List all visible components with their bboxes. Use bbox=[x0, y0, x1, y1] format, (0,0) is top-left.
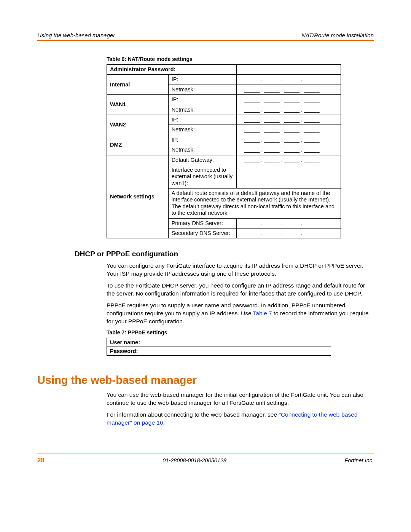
cell-dmz: DMZ bbox=[107, 135, 169, 155]
cell-dmz-netmask-value: _____ . _____ . _____ . _____ bbox=[236, 145, 341, 155]
main-para1: You can use the web-based manager for th… bbox=[107, 391, 374, 407]
cell-internal-ip-value: _____ . _____ . _____ . _____ bbox=[236, 75, 341, 85]
cell-wan2: WAN2 bbox=[107, 115, 169, 135]
page-number: 28 bbox=[37, 457, 45, 464]
cell-default-gateway: Default Gateway: bbox=[168, 155, 236, 165]
cell-dmz-ip: IP: bbox=[168, 135, 236, 145]
footer-rule bbox=[37, 454, 374, 454]
cell-password-label: Password: bbox=[107, 347, 159, 355]
cell-dmz-ip-value: _____ . _____ . _____ . _____ bbox=[236, 135, 341, 145]
footer-docid: 01-28008-0018-20050128 bbox=[162, 457, 226, 463]
header-right: NAT/Route mode installation bbox=[301, 32, 374, 38]
header-rule bbox=[37, 40, 374, 41]
cell-dmz-netmask: Netmask: bbox=[168, 145, 236, 155]
main-p2b: . bbox=[163, 419, 165, 426]
footer-company: Fortinet Inc. bbox=[344, 457, 374, 463]
cell-interface-text: Interface connected to external network … bbox=[168, 165, 236, 188]
cell-wan1: WAN1 bbox=[107, 95, 169, 115]
cell-wan1-netmask: Netmask: bbox=[168, 105, 236, 115]
header-left: Using the web-based manager bbox=[37, 32, 115, 38]
running-footer: 28 01-28008-0018-20050128 Fortinet Inc. bbox=[37, 457, 374, 464]
cell-wan2-ip-value: _____ . _____ . _____ . _____ bbox=[236, 115, 341, 125]
cell-internal-netmask-value: _____ . _____ . _____ . _____ bbox=[236, 85, 341, 94]
main-p2a: For information about connecting to the … bbox=[107, 411, 279, 418]
cell-secondary-dns-value: _____ . _____ . _____ . _____ bbox=[236, 228, 341, 238]
cell-internal: Internal bbox=[107, 75, 169, 95]
table7: User name: Password: bbox=[107, 338, 331, 356]
main-para2: For information about connecting to the … bbox=[107, 411, 374, 427]
dhcp-heading: DHCP or PPPoE configuration bbox=[75, 250, 374, 258]
table7-caption: Table 7: PPPoE settings bbox=[107, 329, 374, 335]
cell-username-label: User name: bbox=[107, 338, 159, 347]
cell-interface-value bbox=[236, 165, 341, 188]
cell-primary-dns-value: _____ . _____ . _____ . _____ bbox=[236, 218, 341, 228]
cell-primary-dns: Primary DNS Server: bbox=[168, 218, 236, 228]
dhcp-para1: You can configure any FortiGate interfac… bbox=[107, 262, 374, 278]
link-table7[interactable]: Table 7 bbox=[253, 310, 272, 316]
cell-default-route-note: A default route consists of a default ga… bbox=[168, 189, 341, 219]
cell-username-value bbox=[159, 338, 331, 347]
cell-password-value bbox=[159, 347, 331, 355]
table6: Administrator Password: Internal IP: ___… bbox=[107, 64, 341, 238]
table6-caption: Table 6: NAT/Route mode settings bbox=[107, 56, 374, 62]
cell-secondary-dns: Secondary DNS Server: bbox=[168, 228, 236, 238]
cell-wan2-netmask-value: _____ . _____ . _____ . _____ bbox=[236, 125, 341, 135]
cell-internal-ip: IP: bbox=[168, 75, 236, 85]
cell-admin-password-value bbox=[236, 65, 341, 75]
cell-wan2-ip: IP: bbox=[168, 115, 236, 125]
running-header: Using the web-based manager NAT/Route mo… bbox=[37, 32, 374, 38]
cell-wan1-ip: IP: bbox=[168, 95, 236, 105]
cell-default-gateway-value: _____ . _____ . _____ . _____ bbox=[236, 155, 341, 165]
cell-wan2-netmask: Netmask: bbox=[168, 125, 236, 135]
cell-wan1-ip-value: _____ . _____ . _____ . _____ bbox=[236, 95, 341, 105]
cell-admin-password: Administrator Password: bbox=[107, 65, 237, 75]
cell-network-settings: Network settings bbox=[107, 155, 169, 238]
main-heading: Using the web-based manager bbox=[37, 374, 374, 387]
cell-internal-netmask: Netmask: bbox=[168, 85, 236, 94]
dhcp-para2: To use the FortiGate DHCP server, you ne… bbox=[107, 282, 374, 298]
cell-wan1-netmask-value: _____ . _____ . _____ . _____ bbox=[236, 105, 341, 115]
dhcp-para3: PPPoE requires you to supply a user name… bbox=[107, 302, 374, 326]
